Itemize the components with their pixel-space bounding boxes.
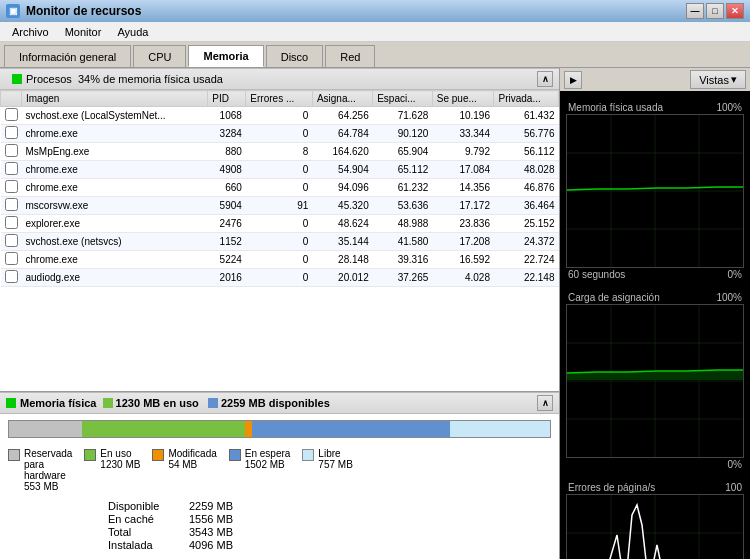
chart-memory-used-title: Memoria física usada [568, 102, 663, 113]
bar-modified [245, 421, 252, 437]
process-badge-text: 34% de memoria física usada [78, 73, 223, 85]
legend-reserved: Reservadaparahardware553 MB [8, 448, 72, 492]
tab-red[interactable]: Red [325, 45, 375, 67]
table-row[interactable]: explorer.exe2476048.62448.98823.83625.15… [1, 215, 559, 233]
chart-errores-svg [567, 495, 743, 559]
table-row[interactable]: svchost.exe (LocalSystemNet...1068064.25… [1, 107, 559, 125]
tab-informacion-general[interactable]: Información general [4, 45, 131, 67]
legend-standby: En espera1502 MB [229, 448, 291, 492]
table-row[interactable]: svchost.exe (netsvcs)1152035.14441.58017… [1, 233, 559, 251]
menu-ayuda[interactable]: Ayuda [109, 24, 156, 40]
views-button[interactable]: Vistas ▾ [690, 70, 746, 89]
table-cell: 48.988 [373, 215, 433, 233]
table-row[interactable]: mscorsvw.exe59049145.32053.63617.17236.4… [1, 197, 559, 215]
chart-errores-label: Errores de página/s 100 [566, 481, 744, 494]
row-checkbox[interactable] [1, 161, 22, 179]
tab-memoria[interactable]: Memoria [188, 45, 263, 67]
table-cell: chrome.exe [22, 179, 208, 197]
table-row[interactable]: MsMpEng.exe8808164.62065.9049.79256.112 [1, 143, 559, 161]
main-content: Procesos 34% de memoria física usada ∧ I… [0, 68, 750, 559]
table-cell: 36.464 [494, 197, 559, 215]
table-row[interactable]: chrome.exe4908054.90465.11217.08448.028 [1, 161, 559, 179]
col-errores[interactable]: Errores ... [246, 91, 313, 107]
title-text: Monitor de recursos [26, 4, 141, 18]
legend-standby-color [229, 449, 241, 461]
legend-free-text: Libre757 MB [318, 448, 352, 470]
row-checkbox[interactable] [1, 197, 22, 215]
table-cell: 10.196 [432, 107, 494, 125]
table-cell: 39.316 [373, 251, 433, 269]
table-cell: 65.112 [373, 161, 433, 179]
legend-free-color [302, 449, 314, 461]
row-checkbox[interactable] [1, 251, 22, 269]
table-cell: 1152 [208, 233, 246, 251]
right-panel: ▶ Vistas ▾ Memoria física usada 100% [560, 68, 750, 559]
table-cell: 56.112 [494, 143, 559, 161]
table-cell: 35.144 [312, 233, 372, 251]
table-cell: MsMpEng.exe [22, 143, 208, 161]
table-cell: 23.836 [432, 215, 494, 233]
process-table-container[interactable]: Imagen PID Errores ... Asigna... Espaci.… [0, 90, 559, 391]
window-controls: — □ ✕ [686, 3, 744, 19]
table-cell: 0 [246, 179, 313, 197]
chart-memory-used-area [566, 114, 744, 268]
row-checkbox[interactable] [1, 233, 22, 251]
maximize-button[interactable]: □ [706, 3, 724, 19]
table-cell: 5224 [208, 251, 246, 269]
close-button[interactable]: ✕ [726, 3, 744, 19]
table-row[interactable]: chrome.exe5224028.14839.31616.59222.724 [1, 251, 559, 269]
legend-free: Libre757 MB [302, 448, 352, 492]
minimize-button[interactable]: — [686, 3, 704, 19]
chart-memory-used-max: 100% [716, 102, 742, 113]
process-collapse-btn[interactable]: ∧ [537, 71, 553, 87]
col-espaci[interactable]: Espaci... [373, 91, 433, 107]
table-cell: 0 [246, 107, 313, 125]
chart-carga-area [566, 304, 744, 458]
chart-carga-bottom: 0% [566, 458, 744, 471]
stat-value-disponible: 2259 MB [189, 500, 259, 512]
table-cell: 14.356 [432, 179, 494, 197]
menu-archivo[interactable]: Archivo [4, 24, 57, 40]
table-row[interactable]: chrome.exe660094.09661.23214.35646.876 [1, 179, 559, 197]
row-checkbox[interactable] [1, 269, 22, 287]
col-asigna[interactable]: Asigna... [312, 91, 372, 107]
table-row[interactable]: audiodg.exe2016020.01237.2654.02822.148 [1, 269, 559, 287]
col-pid[interactable]: PID [208, 91, 246, 107]
nav-left-button[interactable]: ▶ [564, 71, 582, 89]
table-cell: 71.628 [373, 107, 433, 125]
stat-value-total: 3543 MB [189, 526, 259, 538]
row-checkbox[interactable] [1, 143, 22, 161]
tab-disco[interactable]: Disco [266, 45, 324, 67]
memory-section: Memoria física 1230 MB en uso 2259 MB di… [0, 391, 559, 559]
memory-collapse-btn[interactable]: ∧ [537, 395, 553, 411]
memory-available-label: 2259 MB disponibles [221, 397, 330, 409]
row-checkbox[interactable] [1, 179, 22, 197]
row-checkbox[interactable] [1, 125, 22, 143]
col-imagen[interactable]: Imagen [22, 91, 208, 107]
col-sepue[interactable]: Se pue... [432, 91, 494, 107]
stats-grid: Disponible 2259 MB En caché 1556 MB Tota… [108, 500, 259, 551]
stat-value-encache: 1556 MB [189, 513, 259, 525]
memory-bar [8, 420, 551, 438]
row-checkbox[interactable] [1, 107, 22, 125]
table-cell: explorer.exe [22, 215, 208, 233]
table-cell: 53.636 [373, 197, 433, 215]
menu-monitor[interactable]: Monitor [57, 24, 110, 40]
chart-errores-max: 100 [725, 482, 742, 493]
table-cell: 28.148 [312, 251, 372, 269]
table-cell: 8 [246, 143, 313, 161]
chart-carga: Carga de asignación 100% [564, 289, 746, 473]
table-cell: 2016 [208, 269, 246, 287]
legend-standby-text: En espera1502 MB [245, 448, 291, 470]
process-badge: Procesos 34% de memoria física usada [12, 73, 223, 85]
views-label: Vistas [699, 74, 729, 86]
table-cell: 0 [246, 269, 313, 287]
table-cell: 61.232 [373, 179, 433, 197]
table-row[interactable]: chrome.exe3284064.78490.12033.34456.776 [1, 125, 559, 143]
process-section-header: Procesos 34% de memoria física usada ∧ [0, 68, 559, 90]
tab-cpu[interactable]: CPU [133, 45, 186, 67]
legend-reserved-text: Reservadaparahardware553 MB [24, 448, 72, 492]
row-checkbox[interactable] [1, 215, 22, 233]
stat-label-disponible: Disponible [108, 500, 188, 512]
col-privada[interactable]: Privada... [494, 91, 559, 107]
